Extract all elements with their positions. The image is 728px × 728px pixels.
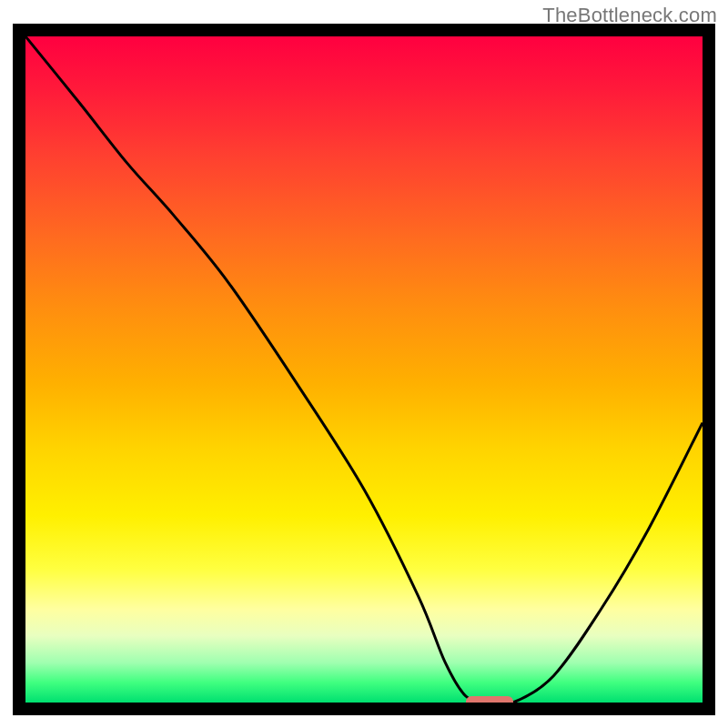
optimal-marker — [466, 696, 513, 703]
watermark-text: TheBottleneck.com — [542, 4, 717, 27]
bottleneck-curve — [25, 36, 703, 703]
plot-area — [25, 36, 703, 703]
chart-container: TheBottleneck.com — [0, 0, 728, 728]
curve-path — [25, 36, 703, 703]
plot-frame — [13, 24, 715, 715]
